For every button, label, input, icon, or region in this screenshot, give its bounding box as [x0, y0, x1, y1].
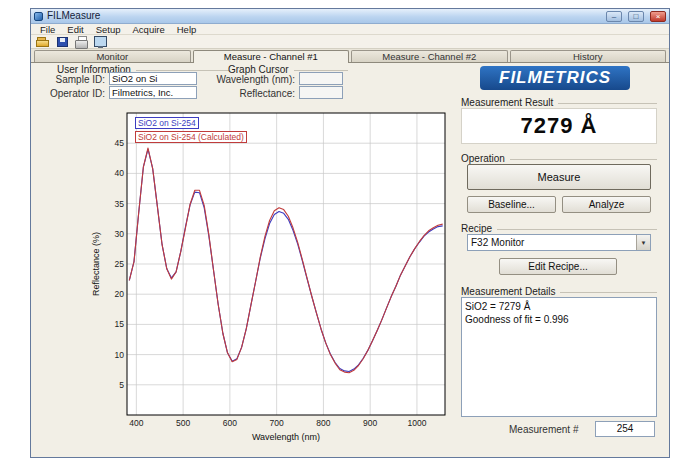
- measurement-result-label: Measurement Result: [461, 97, 657, 108]
- cursor-reflectance-label: Reflectance:: [213, 88, 295, 100]
- sample-id-label: Sample ID:: [37, 74, 105, 86]
- measurement-details-text: Measurement Details: [461, 286, 555, 297]
- svg-text:700: 700: [270, 418, 284, 428]
- window-title: FILMeasure: [47, 9, 600, 23]
- svg-text:500: 500: [176, 418, 190, 428]
- app-icon: [34, 12, 43, 21]
- recipe-text: Recipe: [461, 223, 492, 234]
- analyze-button[interactable]: Analyze: [562, 196, 651, 213]
- measurement-details-box: SiO2 = 7279 ÅGoodness of fit = 0.996: [461, 297, 657, 417]
- toolbar: [31, 35, 669, 49]
- svg-text:20: 20: [115, 289, 125, 299]
- legend-measured: SiO2 on Si-254: [135, 117, 199, 129]
- svg-text:1000: 1000: [407, 418, 426, 428]
- tab-measure-channel-1[interactable]: Measure - Channel #1: [193, 50, 350, 63]
- svg-text:800: 800: [316, 418, 330, 428]
- measurement-number-label: Measurement #: [509, 424, 589, 436]
- maximize-button[interactable]: [628, 11, 644, 22]
- operator-id-input[interactable]: [109, 86, 197, 99]
- app-window: FILMeasure FileEditSetupAcquireHelp Moni…: [30, 8, 670, 458]
- operation-label: Operation: [461, 153, 657, 164]
- svg-text:Wavelength (nm): Wavelength (nm): [252, 432, 320, 442]
- detail-line: SiO2 = 7279 Å: [465, 300, 653, 313]
- measurement-result-value: 7279 Å: [521, 113, 598, 139]
- svg-text:25: 25: [115, 259, 125, 269]
- recipe-combobox[interactable]: F32 Monitor: [467, 234, 651, 251]
- tab-history[interactable]: History: [510, 50, 667, 62]
- svg-text:Reflectance (%): Reflectance (%): [91, 232, 101, 296]
- baseline-button[interactable]: Baseline...: [467, 196, 556, 213]
- menu-bar: FileEditSetupAcquireHelp: [31, 24, 669, 35]
- svg-text:15: 15: [115, 319, 125, 329]
- minimize-button[interactable]: [606, 11, 622, 22]
- edit-recipe-button[interactable]: Edit Recipe...: [499, 258, 617, 275]
- menu-edit[interactable]: Edit: [61, 24, 89, 35]
- tab-monitor[interactable]: Monitor: [34, 50, 191, 62]
- svg-text:400: 400: [129, 418, 143, 428]
- tab-measure-channel-2[interactable]: Measure - Channel #2: [351, 50, 508, 62]
- menu-help[interactable]: Help: [171, 24, 203, 35]
- reflectance-chart[interactable]: 400500600700800900100051015202530354045W…: [89, 107, 457, 451]
- recipe-label: Recipe: [461, 223, 657, 234]
- monitor-icon[interactable]: [93, 36, 108, 48]
- svg-text:10: 10: [115, 350, 125, 360]
- measurement-number-value: 254: [595, 421, 655, 437]
- svg-text:30: 30: [115, 229, 125, 239]
- operation-text: Operation: [461, 153, 505, 164]
- open-folder-icon[interactable]: [36, 36, 51, 48]
- cursor-wavelength-value: [299, 72, 343, 85]
- svg-text:45: 45: [115, 138, 125, 148]
- svg-text:5: 5: [119, 380, 124, 390]
- print-icon[interactable]: [74, 36, 89, 48]
- tab-strip: MonitorMeasure - Channel #1Measure - Cha…: [31, 49, 669, 63]
- cursor-reflectance-value: [299, 86, 343, 99]
- operator-id-label: Operator ID:: [37, 88, 105, 100]
- chevron-down-icon[interactable]: [636, 235, 650, 250]
- measure-button[interactable]: Measure: [467, 164, 651, 190]
- menu-file[interactable]: File: [34, 24, 61, 35]
- svg-text:40: 40: [115, 168, 125, 178]
- menu-acquire[interactable]: Acquire: [127, 24, 171, 35]
- measurement-result-text: Measurement Result: [461, 97, 553, 108]
- measurement-details-label: Measurement Details: [461, 286, 657, 297]
- titlebar[interactable]: FILMeasure: [31, 9, 669, 24]
- measurement-result-box: 7279 Å: [461, 108, 657, 144]
- sample-id-input[interactable]: [109, 72, 197, 85]
- svg-text:900: 900: [363, 418, 377, 428]
- recipe-selected-value: F32 Monitor: [468, 237, 636, 248]
- save-icon[interactable]: [55, 36, 70, 48]
- filmetrics-logo: FILMETRICS: [480, 66, 630, 90]
- svg-text:35: 35: [115, 199, 125, 209]
- legend-calculated: SiO2 on Si-254 (Calculated): [135, 131, 247, 143]
- detail-line: Goodness of fit = 0.996: [465, 313, 653, 326]
- cursor-wavelength-label: Wavelength (nm):: [213, 74, 295, 86]
- close-button[interactable]: [650, 11, 666, 22]
- menu-setup[interactable]: Setup: [90, 24, 127, 35]
- content: User Information Sample ID: Operator ID:…: [31, 63, 669, 457]
- chart-legend: SiO2 on Si-254SiO2 on Si-254 (Calculated…: [135, 117, 247, 143]
- svg-text:600: 600: [223, 418, 237, 428]
